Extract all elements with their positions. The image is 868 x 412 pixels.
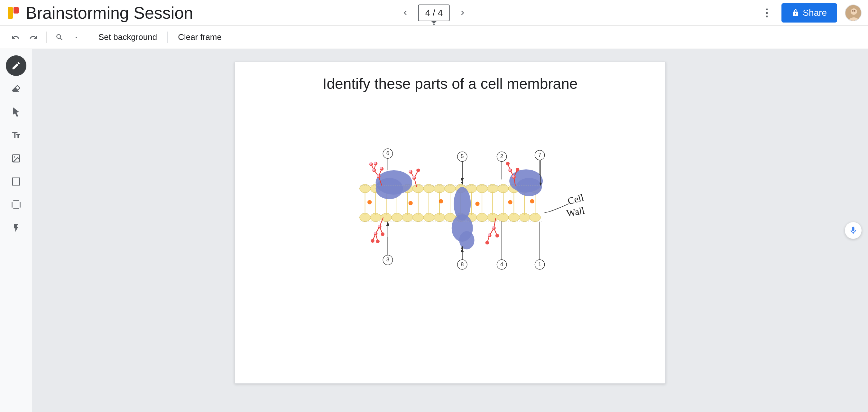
svg-point-82	[380, 167, 382, 170]
svg-point-100	[508, 168, 511, 171]
svg-text:3: 3	[386, 257, 389, 263]
toolbar-divider-1	[46, 32, 46, 43]
image-tool-button[interactable]	[6, 148, 26, 169]
header: Brainstorming Session 4 / 4 ⋮ Share	[0, 0, 868, 26]
svg-text:1: 1	[538, 261, 541, 267]
svg-point-99	[512, 175, 515, 178]
svg-rect-0	[8, 7, 13, 19]
more-options-button[interactable]: ⋮	[760, 6, 774, 20]
header-right-controls: ⋮ Share	[760, 3, 862, 23]
svg-point-78	[372, 168, 375, 171]
svg-text:4: 4	[500, 261, 503, 267]
svg-point-108	[381, 232, 384, 236]
frame-tool-button[interactable]	[6, 195, 26, 215]
svg-text:7: 7	[538, 152, 541, 158]
svg-point-120	[486, 241, 489, 244]
undo-button[interactable]	[8, 30, 23, 45]
set-background-button[interactable]: Set background	[92, 30, 163, 45]
svg-point-126	[475, 202, 479, 206]
svg-point-3	[850, 8, 857, 15]
svg-point-81	[374, 162, 376, 165]
pen-tool-button[interactable]	[6, 55, 26, 76]
cell-membrane-diagram: 6 5 2 7 Cell Wall	[305, 94, 595, 313]
clear-frame-button[interactable]: Clear frame	[172, 30, 228, 45]
canvas-area[interactable]: Identify these parts of a cell membrane	[32, 49, 868, 412]
svg-point-112	[374, 232, 376, 234]
app-logo[interactable]	[6, 6, 21, 20]
slide-counter[interactable]: 4 / 4	[418, 4, 450, 21]
svg-point-8	[14, 156, 15, 158]
svg-point-65	[459, 231, 474, 249]
svg-point-124	[409, 201, 413, 205]
slide-title: Identify these parts of a cell membrane	[235, 62, 665, 99]
svg-point-21	[476, 184, 487, 193]
select-tool-button[interactable]	[6, 102, 26, 122]
slide-navigation: 4 / 4	[399, 4, 469, 21]
left-sidebar	[0, 49, 32, 412]
svg-point-6	[854, 10, 856, 11]
svg-text:5: 5	[461, 153, 464, 159]
svg-point-88	[416, 168, 420, 172]
svg-point-79	[377, 174, 379, 177]
main-content: Identify these parts of a cell membrane	[0, 49, 868, 412]
svg-point-123	[367, 200, 372, 204]
user-avatar[interactable]	[845, 4, 862, 21]
toolbar: Set background Clear frame	[0, 26, 868, 49]
svg-point-110	[376, 239, 380, 243]
svg-text:Cell: Cell	[566, 192, 585, 207]
next-slide-button[interactable]	[456, 6, 469, 19]
svg-point-62	[376, 178, 403, 199]
svg-point-90	[409, 170, 411, 173]
svg-text:Wall: Wall	[566, 205, 585, 219]
prev-slide-button[interactable]	[399, 6, 412, 19]
svg-point-89	[412, 176, 415, 179]
svg-point-97	[516, 168, 519, 172]
svg-text:8: 8	[461, 261, 464, 267]
shape-tool-button[interactable]	[6, 171, 26, 192]
toolbar-separator-2	[167, 32, 167, 43]
svg-rect-1	[13, 7, 19, 13]
svg-text:2: 2	[500, 153, 503, 159]
svg-point-80	[369, 163, 372, 165]
document-title[interactable]: Brainstorming Session	[26, 3, 760, 23]
text-tool-button[interactable]	[6, 125, 26, 146]
redo-button[interactable]	[26, 30, 41, 45]
zoom-controls	[52, 30, 84, 45]
svg-point-121	[492, 226, 494, 229]
svg-line-142	[544, 211, 551, 213]
share-button[interactable]: Share	[781, 3, 837, 23]
svg-point-127	[508, 200, 512, 204]
svg-text:6: 6	[386, 150, 389, 156]
svg-point-122	[488, 234, 490, 236]
laser-tool-button[interactable]	[6, 217, 26, 238]
zoom-button[interactable]	[52, 30, 67, 45]
svg-point-128	[530, 199, 534, 203]
toolbar-separator	[88, 32, 88, 43]
svg-point-125	[439, 199, 443, 203]
zoom-dropdown-button[interactable]	[68, 30, 84, 45]
svg-point-119	[495, 234, 499, 238]
svg-point-111	[378, 225, 380, 227]
svg-point-98	[506, 162, 509, 166]
svg-point-67	[516, 178, 542, 196]
svg-point-109	[371, 239, 374, 243]
svg-point-5	[852, 10, 854, 11]
svg-rect-9	[12, 178, 20, 185]
slide-frame: Identify these parts of a cell membrane	[235, 62, 665, 384]
svg-point-15	[413, 184, 424, 193]
eraser-tool-button[interactable]	[6, 79, 26, 99]
voice-input-button[interactable]	[845, 222, 862, 239]
